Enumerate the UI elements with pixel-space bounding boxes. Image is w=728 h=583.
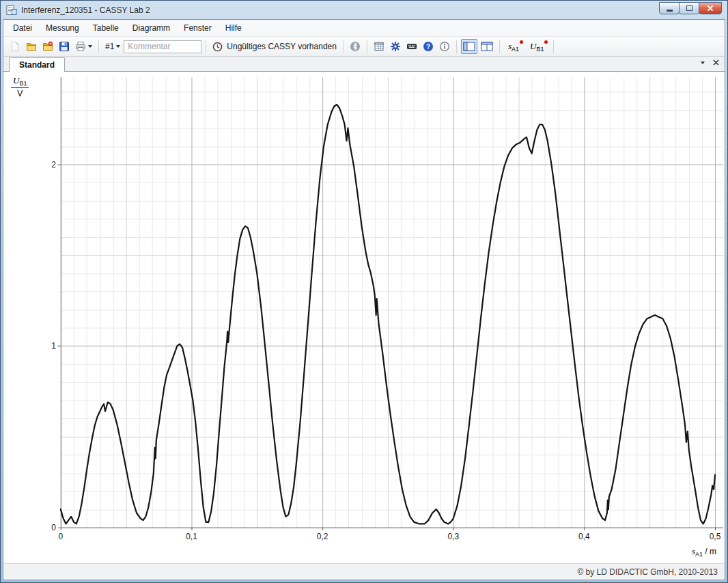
minimize-button[interactable] xyxy=(659,2,680,14)
open-file-button[interactable] xyxy=(24,39,39,54)
new-document-button[interactable] xyxy=(8,39,23,54)
menu-item-tabelle[interactable]: Tabelle xyxy=(86,21,126,35)
info-icon xyxy=(439,41,450,52)
toolbar-separator xyxy=(343,40,344,53)
chevron-down-icon xyxy=(701,62,705,64)
svg-text:0,1: 0,1 xyxy=(186,532,197,541)
new-document-icon xyxy=(10,41,20,52)
close-button[interactable] xyxy=(699,2,722,14)
save-button[interactable] xyxy=(57,39,72,54)
new-data-dot-icon xyxy=(544,40,548,44)
print-dropdown-icon xyxy=(88,45,92,48)
svg-text:?: ? xyxy=(426,43,430,51)
toolbar-separator xyxy=(206,40,206,53)
copyright-text: © by LD DIDACTIC GmbH, 2010-2013 xyxy=(577,567,718,577)
layout-standard-icon xyxy=(463,42,475,51)
menu-item-diagramm[interactable]: Diagramm xyxy=(126,21,177,35)
tab-close-button[interactable] xyxy=(713,59,719,66)
open-folder-icon xyxy=(26,41,37,52)
menubar: Datei Messung Tabelle Diagramm Fenster H… xyxy=(3,20,725,37)
quantity-button-sA1[interactable]: sA1 xyxy=(504,39,524,54)
close-tab-icon xyxy=(713,59,719,66)
layout-split-button[interactable] xyxy=(479,39,495,54)
menu-item-datei[interactable]: Datei xyxy=(6,21,39,35)
app-icon xyxy=(6,5,17,16)
maximize-icon xyxy=(686,5,692,11)
quantity-subscript: A1 xyxy=(512,46,519,53)
open-recent-button[interactable] xyxy=(40,39,55,54)
settings-button[interactable] xyxy=(388,39,403,54)
statusbar: © by LD DIDACTIC GmbH, 2010-2013 xyxy=(3,563,725,580)
bluetooth-button[interactable] xyxy=(348,39,363,54)
chart-plot-area[interactable]: 00,10,20,30,40,5012 xyxy=(3,72,725,563)
titlebar[interactable]: Interferenz_120351 - CASSY Lab 2 xyxy=(3,1,725,19)
y-axis-unit: V xyxy=(11,88,29,98)
help-button[interactable]: ? xyxy=(421,39,436,54)
menu-item-messung[interactable]: Messung xyxy=(39,21,86,35)
dataset-dropdown-icon xyxy=(116,45,120,48)
table-view-button[interactable] xyxy=(372,39,387,54)
svg-text:0: 0 xyxy=(51,523,56,532)
table-icon xyxy=(374,41,384,52)
keyboard-icon xyxy=(406,41,417,52)
menu-item-hilfe[interactable]: Hilfe xyxy=(219,21,249,35)
cassy-status-text: Ungültiges CASSY vorhanden xyxy=(227,42,337,51)
comment-input[interactable] xyxy=(124,40,201,53)
dataset-label: #1 xyxy=(105,42,114,51)
invalid-cassy-status[interactable]: Ungültiges CASSY vorhanden xyxy=(210,39,339,54)
quantity-symbol: U xyxy=(530,41,536,51)
toolbar-separator xyxy=(553,40,554,53)
quantity-button-UB1[interactable]: UB1 xyxy=(526,39,549,54)
menu-item-fenster[interactable]: Fenster xyxy=(177,21,219,35)
toolbar-separator xyxy=(456,40,457,53)
svg-text:0: 0 xyxy=(59,532,64,541)
toolbar-separator xyxy=(499,40,500,53)
maximize-button[interactable] xyxy=(679,2,699,14)
dataset-selector-button[interactable]: #1 xyxy=(103,39,122,54)
tabbar: Standard xyxy=(3,57,725,72)
keyboard-button[interactable] xyxy=(404,39,419,54)
svg-text:0,2: 0,2 xyxy=(317,532,328,541)
app-frame: Datei Messung Tabelle Diagramm Fenster H… xyxy=(3,19,725,580)
minimize-icon xyxy=(667,10,673,12)
print-icon xyxy=(75,41,86,52)
svg-text:0,3: 0,3 xyxy=(447,532,459,541)
close-icon xyxy=(707,5,714,12)
layout-split-icon xyxy=(481,42,493,51)
layout-standard-button[interactable] xyxy=(461,39,477,54)
svg-text:2: 2 xyxy=(51,160,56,170)
toolbar-separator xyxy=(367,40,367,53)
new-data-dot-icon xyxy=(520,40,523,44)
invalid-cassy-clock-icon xyxy=(212,42,223,52)
tab-standard[interactable]: Standard xyxy=(9,57,65,72)
tab-tools xyxy=(701,59,719,66)
toolbar-separator xyxy=(98,40,99,53)
window-title: Interferenz_120351 - CASSY Lab 2 xyxy=(21,5,656,15)
open-recent-icon xyxy=(42,41,53,52)
y-axis-quantity: UB1 xyxy=(11,75,29,88)
y-axis-label[interactable]: UB1 V xyxy=(11,75,29,98)
quantity-subscript: B1 xyxy=(536,46,544,53)
x-axis-unit: / m xyxy=(703,547,716,556)
settings-gear-icon xyxy=(390,41,401,52)
save-icon xyxy=(59,41,70,52)
window-controls xyxy=(660,1,722,19)
x-axis-label[interactable]: sA1 / m xyxy=(692,546,716,558)
info-button[interactable] xyxy=(437,39,452,54)
help-icon: ? xyxy=(423,41,434,52)
print-button[interactable] xyxy=(73,39,94,54)
x-axis-subscript: A1 xyxy=(695,551,703,558)
toolbar: #1 Ungültiges CASSY vorhanden xyxy=(3,37,725,57)
svg-text:0,5: 0,5 xyxy=(710,532,721,541)
tab-list-dropdown-button[interactable] xyxy=(701,62,705,64)
svg-text:1: 1 xyxy=(51,341,56,351)
chart-panel: 00,10,20,30,40,5012 UB1 V sA1 / m xyxy=(3,72,725,563)
svg-text:0,4: 0,4 xyxy=(578,532,590,541)
app-window: Interferenz_120351 - CASSY Lab 2 Datei M… xyxy=(0,0,728,583)
bluetooth-icon xyxy=(350,41,361,52)
